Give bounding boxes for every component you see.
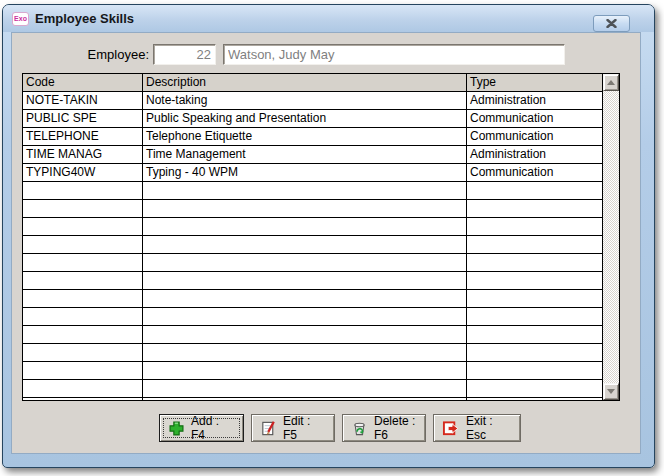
- cell-type[interactable]: Communication: [467, 110, 602, 128]
- arrow-up-icon: [607, 80, 615, 85]
- cell-type[interactable]: [467, 344, 602, 362]
- cell-type[interactable]: [467, 236, 602, 254]
- cell-type[interactable]: [467, 182, 602, 200]
- cell-code[interactable]: [23, 326, 143, 344]
- column-header-code[interactable]: Code: [23, 74, 143, 92]
- cell-description[interactable]: [143, 272, 467, 290]
- cell-description[interactable]: [143, 344, 467, 362]
- table-body: NOTE-TAKINNote-takingAdministrationPUBLI…: [23, 92, 602, 400]
- empty-row[interactable]: [23, 236, 602, 254]
- skill-row[interactable]: TYPING40WTyping - 40 WPMCommunication: [23, 164, 602, 182]
- empty-row[interactable]: [23, 326, 602, 344]
- empty-row[interactable]: [23, 218, 602, 236]
- empty-row[interactable]: [23, 182, 602, 200]
- employee-name-field[interactable]: [223, 44, 565, 65]
- cell-code[interactable]: [23, 200, 143, 218]
- cell-type[interactable]: Communication: [467, 164, 602, 182]
- exo-app-icon: Exo: [12, 12, 29, 26]
- trash-recycle-icon: [351, 420, 368, 437]
- cell-code[interactable]: [23, 182, 143, 200]
- empty-row[interactable]: [23, 380, 602, 398]
- cell-description[interactable]: [143, 236, 467, 254]
- cell-description[interactable]: Note-taking: [143, 92, 467, 110]
- scroll-down-button[interactable]: [603, 383, 619, 400]
- close-icon: [606, 19, 617, 28]
- cell-description[interactable]: Public Speaking and Presentation: [143, 110, 467, 128]
- skill-row[interactable]: TELEPHONETelephone EtiquetteCommunicatio…: [23, 128, 602, 146]
- cell-description[interactable]: Time Management: [143, 146, 467, 164]
- employee-label: Employee:: [32, 47, 149, 62]
- edit-button-label: Edit : F5: [283, 414, 326, 442]
- cell-code[interactable]: TIME MANAG: [23, 146, 143, 164]
- column-header-description[interactable]: Description: [143, 74, 467, 92]
- exit-button[interactable]: Exit : Esc: [433, 414, 521, 442]
- cell-type[interactable]: Administration: [467, 92, 602, 110]
- client-area: Employee: Code Description Type NOTE-TAK…: [11, 32, 641, 454]
- cell-description[interactable]: Telephone Etiquette: [143, 128, 467, 146]
- exit-button-label: Exit : Esc: [466, 414, 512, 442]
- cell-type[interactable]: Communication: [467, 128, 602, 146]
- delete-button-label: Delete : F6: [374, 414, 417, 442]
- cell-code[interactable]: [23, 362, 143, 380]
- cell-code[interactable]: [23, 218, 143, 236]
- edit-button[interactable]: Edit : F5: [251, 414, 335, 442]
- cell-description[interactable]: [143, 308, 467, 326]
- cell-type[interactable]: [467, 398, 602, 400]
- cell-type[interactable]: [467, 200, 602, 218]
- cell-code[interactable]: [23, 380, 143, 398]
- title-bar[interactable]: Exo Employee Skills: [3, 5, 654, 32]
- cell-code[interactable]: [23, 272, 143, 290]
- empty-row[interactable]: [23, 254, 602, 272]
- scroll-up-button[interactable]: [603, 74, 619, 91]
- cell-description[interactable]: [143, 254, 467, 272]
- cell-code[interactable]: PUBLIC SPE: [23, 110, 143, 128]
- cell-type[interactable]: Administration: [467, 146, 602, 164]
- cell-code[interactable]: TYPING40W: [23, 164, 143, 182]
- empty-row[interactable]: [23, 272, 602, 290]
- skill-row[interactable]: NOTE-TAKINNote-takingAdministration: [23, 92, 602, 110]
- cell-description[interactable]: [143, 380, 467, 398]
- cell-type[interactable]: [467, 218, 602, 236]
- cell-type[interactable]: [467, 326, 602, 344]
- close-button[interactable]: [593, 15, 630, 32]
- cell-type[interactable]: [467, 362, 602, 380]
- cell-description[interactable]: [143, 362, 467, 380]
- cell-description[interactable]: Typing - 40 WPM: [143, 164, 467, 182]
- skill-row[interactable]: TIME MANAGTime ManagementAdministration: [23, 146, 602, 164]
- empty-row[interactable]: [23, 344, 602, 362]
- cell-code[interactable]: [23, 254, 143, 272]
- add-button[interactable]: Add : F4: [159, 414, 244, 442]
- cell-type[interactable]: [467, 272, 602, 290]
- cell-description[interactable]: [143, 290, 467, 308]
- cell-type[interactable]: [467, 380, 602, 398]
- edit-pencil-icon: [260, 420, 277, 437]
- cell-description[interactable]: [143, 182, 467, 200]
- empty-row[interactable]: [23, 290, 602, 308]
- cell-description[interactable]: [143, 326, 467, 344]
- cell-code[interactable]: [23, 398, 143, 400]
- cell-code[interactable]: NOTE-TAKIN: [23, 92, 143, 110]
- employee-id-field[interactable]: [153, 44, 216, 65]
- arrow-down-icon: [607, 389, 615, 394]
- cell-code[interactable]: [23, 308, 143, 326]
- skill-row[interactable]: PUBLIC SPEPublic Speaking and Presentati…: [23, 110, 602, 128]
- cell-type[interactable]: [467, 308, 602, 326]
- cell-type[interactable]: [467, 290, 602, 308]
- vertical-scrollbar[interactable]: [602, 74, 619, 400]
- cell-description[interactable]: [143, 218, 467, 236]
- cell-type[interactable]: [467, 254, 602, 272]
- window-title: Employee Skills: [35, 11, 134, 26]
- empty-row[interactable]: [23, 398, 602, 400]
- column-header-type[interactable]: Type: [467, 74, 619, 92]
- empty-row[interactable]: [23, 308, 602, 326]
- cell-description[interactable]: [143, 200, 467, 218]
- cell-code[interactable]: TELEPHONE: [23, 128, 143, 146]
- cell-description[interactable]: [143, 398, 467, 400]
- employee-skills-window: Exo Employee Skills Employee: Code Descr…: [2, 4, 655, 468]
- empty-row[interactable]: [23, 200, 602, 218]
- cell-code[interactable]: [23, 344, 143, 362]
- delete-button[interactable]: Delete : F6: [342, 414, 426, 442]
- empty-row[interactable]: [23, 362, 602, 380]
- cell-code[interactable]: [23, 236, 143, 254]
- cell-code[interactable]: [23, 290, 143, 308]
